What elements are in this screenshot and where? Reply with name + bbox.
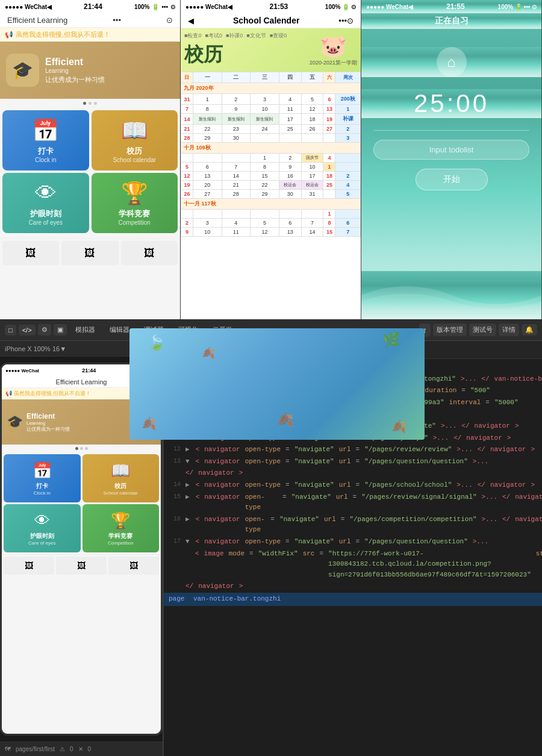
html-line-close13[interactable]: </navigator> bbox=[164, 467, 542, 480]
dot-3 bbox=[94, 102, 97, 105]
mp-grid-comp[interactable]: 🏆 学科竞赛 Competition bbox=[83, 504, 160, 552]
menu-icon[interactable]: ••• bbox=[113, 16, 121, 25]
mp-calendar-sub: School calendar bbox=[104, 490, 138, 496]
ide-phone-bottom: 🗺 pages/first/first ⚠ 0 ✕ 0 bbox=[0, 742, 163, 756]
month-nov: 十一月 117秋 bbox=[181, 199, 361, 210]
expand-nav17[interactable]: ▼ bbox=[185, 537, 190, 548]
phone2-status-bar: ●●●●● WeChat◀ 21:53 100% 🔋 ⊙ bbox=[181, 0, 361, 13]
mp-clock-sub: Clock in bbox=[34, 490, 51, 496]
expand-nav13[interactable]: ▼ bbox=[185, 457, 190, 467]
line-num-16: 16 bbox=[169, 514, 181, 536]
cal-row: 1 bbox=[181, 210, 361, 219]
mp-grid: 📅 打卡 Clock in 📖 校历 School calendar 👁 护眼时… bbox=[2, 452, 161, 554]
toolbar-simulator-btn[interactable]: □ bbox=[5, 325, 16, 336]
phone3-frame: ●●●●● WeChat◀ 21:55 100% 🔋 ••• ⊙ 正在自习 ⌂ … bbox=[361, 0, 542, 319]
thumb-2: 🖼 bbox=[61, 241, 118, 265]
banner-sub2: 让优秀成为一种习惯 bbox=[45, 75, 105, 84]
grid-item-calendar-title: 校历 bbox=[126, 146, 142, 157]
calendar-left: ■检查0 ■考试0 ■补课0 ■文化节 ■查寝0 校历 bbox=[184, 32, 287, 68]
phone1-grid: 📅 打卡 Clock in 📖 校历 School calendar 👁 护眼时… bbox=[0, 108, 180, 236]
cal-row: 789101112131 bbox=[181, 105, 361, 114]
mp-eye-title: 护眼时刻 bbox=[30, 532, 54, 540]
clock-icon: 📅 bbox=[32, 118, 59, 143]
month-sep: 九月 2020年 bbox=[181, 83, 361, 94]
toolbar-test-btn[interactable]: 测试号 bbox=[469, 323, 496, 336]
mp-thumb-3: 🖼 bbox=[108, 557, 159, 575]
menu2-icon[interactable]: ••• bbox=[338, 16, 347, 25]
grid-item-calendar[interactable]: 📖 校历 School calendar bbox=[92, 110, 178, 170]
expand-nav15[interactable]: ▶ bbox=[185, 492, 190, 513]
breadcrumb-noticebar[interactable]: van-notice-bar.tongzhi bbox=[193, 594, 281, 605]
grid-item-eye[interactable]: 👁 护眼时刻 Care of eyes bbox=[2, 173, 89, 233]
toolbar-detail-btn[interactable]: 详情 bbox=[499, 323, 519, 336]
html-line-image[interactable]: <image mode="widthFix" src="https://776f… bbox=[164, 548, 542, 581]
grid-item-calendar-sub: School calendar bbox=[113, 157, 156, 163]
html-line-nav17[interactable]: 17 ▼ <navigator open-type="navigate" url… bbox=[164, 536, 542, 548]
camera2-icon[interactable]: ⊙ bbox=[347, 16, 354, 25]
line-num-12: 12 bbox=[169, 445, 181, 455]
calendar-year: 2020-2021第一学期 bbox=[310, 59, 357, 67]
mp-grid-eye[interactable]: 👁 护眼时刻 Care of eyes bbox=[4, 504, 81, 552]
mp-calendar-title: 校历 bbox=[114, 482, 126, 490]
calendar-table: 日 一 二 三 四 五 六 周次 九月 2020年 3112 bbox=[181, 72, 361, 237]
calendar-header: ■检查0 ■考试0 ■补课0 ■文化节 ■查寝0 校历 🐷 2020-2021第… bbox=[181, 28, 361, 72]
banner-icon: 🎓 bbox=[6, 54, 39, 87]
phone2-signal: ●●●●● WeChat◀ bbox=[185, 4, 232, 10]
toolbar-visual-btn[interactable]: ▣ bbox=[54, 324, 67, 336]
toolbar-simulator-label[interactable]: 模拟器 bbox=[69, 323, 101, 336]
col-header-wed: 三 bbox=[251, 72, 279, 83]
phone1-status-bar: ●●●●● WeChat◀ 21:44 100% 🔋 ••• ⊙ bbox=[0, 0, 180, 13]
mp-dot-2 bbox=[80, 447, 83, 450]
phone1-title: Efficient Learning bbox=[7, 16, 67, 25]
camera-icon[interactable]: ⊙ bbox=[170, 4, 175, 10]
phone1-battery: 100% 🔋 ••• ⊙ bbox=[134, 4, 175, 10]
pig-icon: 🐷 bbox=[310, 34, 357, 59]
grid-item-competition[interactable]: 🏆 学科竞赛 Competition bbox=[92, 173, 178, 233]
cal-row: 12国庆节4 bbox=[181, 154, 361, 163]
html-line-close17[interactable]: </navigator> bbox=[164, 581, 542, 593]
phone1-time: 21:44 bbox=[84, 2, 102, 11]
breadcrumb-separator bbox=[187, 594, 191, 605]
phone3-start-button[interactable]: 开始 bbox=[416, 169, 488, 190]
calendar-right: 🐷 2020-2021第一学期 bbox=[310, 34, 357, 67]
leaf-6: 🍂 bbox=[277, 412, 293, 428]
expand-nav16[interactable]: ▶ bbox=[185, 514, 190, 536]
mp-grid-calendar[interactable]: 📖 校历 School calendar bbox=[83, 454, 160, 502]
html-line-nav16[interactable]: 16 ▶ <navigator open-type="navigate" url… bbox=[164, 514, 542, 536]
toolbar-message-btn[interactable]: 🔔 bbox=[522, 324, 537, 336]
expand-nav12[interactable]: ▶ bbox=[185, 445, 190, 455]
cal-row: 23456786 bbox=[181, 219, 361, 228]
toolbar-version-btn[interactable]: 版本管理 bbox=[433, 323, 467, 336]
grid-item-clock[interactable]: 📅 打卡 Clock in bbox=[2, 110, 89, 170]
cal-row: 56789101 bbox=[181, 163, 361, 172]
thumb-1: 🖼 bbox=[2, 241, 59, 265]
dot-2 bbox=[89, 102, 92, 105]
toolbar-debugger-btn[interactable]: ⚙ bbox=[38, 324, 51, 336]
mp-thumb-2: 🖼 bbox=[56, 557, 107, 575]
cal-row: 14新生报到新生报到新生报到171819补课 bbox=[181, 114, 361, 125]
leaf-5: 🍂 bbox=[202, 346, 215, 360]
cal-row: 91011121314157 bbox=[181, 228, 361, 237]
expand-nav14[interactable]: ▶ bbox=[185, 480, 190, 491]
banner-title: Efficient bbox=[45, 57, 105, 67]
mp-comp-sub: Competition bbox=[108, 540, 134, 546]
html-line-nav14[interactable]: 14 ▶ <navigator open-type="navigate" url… bbox=[164, 480, 542, 492]
mp-dot-1 bbox=[75, 447, 78, 450]
breadcrumb-page[interactable]: page bbox=[169, 594, 184, 605]
html-line-nav13[interactable]: 13 ▼ <navigator open-type="navigate" url… bbox=[164, 456, 542, 468]
toolbar-editor-btn[interactable]: </> bbox=[19, 325, 36, 336]
phone1-thumbs: 🖼 🖼 🖼 bbox=[0, 238, 180, 267]
mp-banner-sub2: 让优秀成为一种习惯 bbox=[26, 426, 70, 433]
html-line-nav15[interactable]: 15 ▶ <navigator open-type="navigate" url… bbox=[164, 492, 542, 514]
line-num-15: 15 bbox=[169, 492, 181, 513]
eye-icon: 👁 bbox=[35, 181, 57, 206]
more-icon[interactable]: ••• bbox=[161, 4, 168, 10]
mp-grid-clock[interactable]: 📅 打卡 Clock in bbox=[4, 454, 81, 502]
scan-icon[interactable]: ⊙ bbox=[166, 16, 173, 25]
grid-item-competition-title: 学科竞赛 bbox=[119, 208, 150, 219]
phone3-time: 21:55 bbox=[446, 2, 465, 11]
phone3-todo-input[interactable]: Input todolist bbox=[373, 140, 529, 160]
html-line-nav12[interactable]: 12 ▶ <navigator open-type="navigate" url… bbox=[164, 444, 542, 456]
back-icon[interactable]: ◀ bbox=[188, 16, 194, 25]
phone2-battery: 100% 🔋 ⊙ bbox=[325, 4, 356, 10]
